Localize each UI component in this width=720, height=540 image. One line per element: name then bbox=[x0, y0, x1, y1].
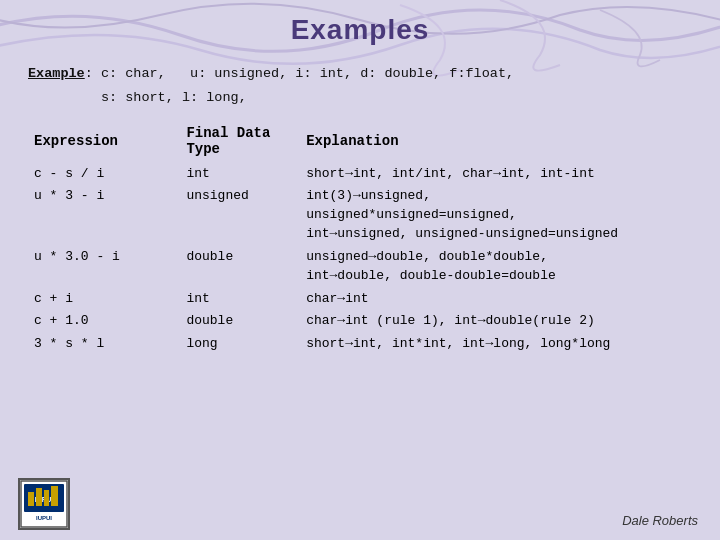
svg-rect-5 bbox=[44, 490, 49, 506]
cell-expression: u * 3 - i bbox=[28, 185, 180, 246]
table-row: c + iintchar→int bbox=[28, 288, 692, 311]
col-header-expression: Expression bbox=[28, 123, 180, 163]
cell-explanation: short→int, int*int, int→long, long*long bbox=[300, 333, 692, 356]
table-row: c + 1.0doublechar→int (rule 1), int→doub… bbox=[28, 310, 692, 333]
data-table: Expression Final Data Type Explanation c… bbox=[28, 123, 692, 357]
col-header-type: Final Data Type bbox=[180, 123, 300, 163]
svg-rect-6 bbox=[51, 486, 58, 506]
cell-type: double bbox=[180, 246, 300, 288]
cell-explanation: unsigned→double, double*double,int→doubl… bbox=[300, 246, 692, 288]
svg-rect-3 bbox=[28, 492, 34, 506]
example-label: Example bbox=[28, 66, 85, 81]
title-bar: Examples bbox=[0, 0, 720, 56]
cell-expression: 3 * s * l bbox=[28, 333, 180, 356]
cell-expression: c - s / i bbox=[28, 163, 180, 186]
logo-area: IUPUI IUPUI bbox=[18, 478, 70, 530]
cell-explanation: short→int, int/int, char→int, int-int bbox=[300, 163, 692, 186]
author-credit: Dale Roberts bbox=[622, 513, 698, 528]
main-content: Example: c: char, u: unsigned, i: int, d… bbox=[0, 56, 720, 364]
cell-type: int bbox=[180, 163, 300, 186]
page-title: Examples bbox=[0, 14, 720, 46]
cell-expression: c + 1.0 bbox=[28, 310, 180, 333]
col-header-explanation: Explanation bbox=[300, 123, 692, 163]
svg-rect-4 bbox=[36, 488, 42, 506]
table-row: u * 3 - iunsignedint(3)→unsigned,unsigne… bbox=[28, 185, 692, 246]
cell-type: long bbox=[180, 333, 300, 356]
iupui-logo: IUPUI IUPUI bbox=[18, 478, 70, 530]
table-row: u * 3.0 - idoubleunsigned→double, double… bbox=[28, 246, 692, 288]
table-header-row: Expression Final Data Type Explanation bbox=[28, 123, 692, 163]
table-row: c - s / iintshort→int, int/int, char→int… bbox=[28, 163, 692, 186]
table-row: 3 * s * llongshort→int, int*int, int→lon… bbox=[28, 333, 692, 356]
cell-type: int bbox=[180, 288, 300, 311]
cell-expression: c + i bbox=[28, 288, 180, 311]
svg-text:IUPUI: IUPUI bbox=[36, 515, 52, 521]
example-line-2: s: short, l: long, bbox=[28, 88, 692, 108]
cell-type: unsigned bbox=[180, 185, 300, 246]
cell-explanation: char→int bbox=[300, 288, 692, 311]
cell-explanation: int(3)→unsigned,unsigned*unsigned=unsign… bbox=[300, 185, 692, 246]
cell-expression: u * 3.0 - i bbox=[28, 246, 180, 288]
example-line-1: Example: c: char, u: unsigned, i: int, d… bbox=[28, 64, 692, 84]
cell-explanation: char→int (rule 1), int→double(rule 2) bbox=[300, 310, 692, 333]
cell-type: double bbox=[180, 310, 300, 333]
